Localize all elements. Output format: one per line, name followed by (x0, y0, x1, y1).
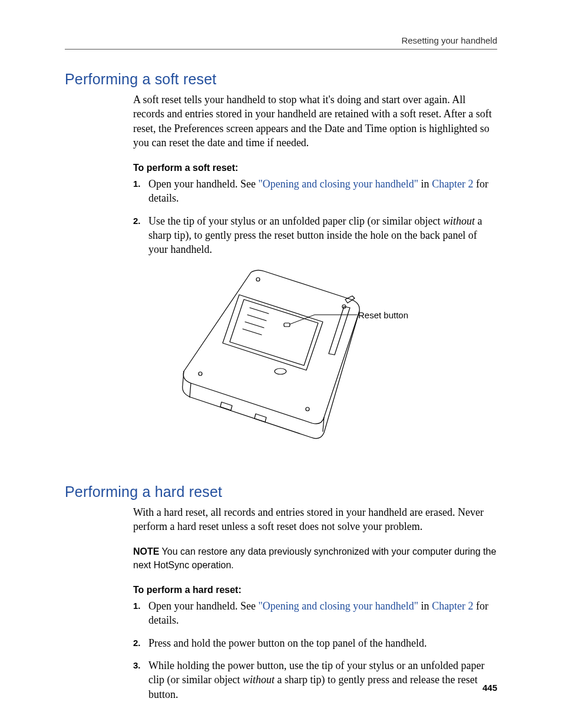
soft-reset-subhead: To perform a soft reset: (133, 163, 497, 173)
emphasis-without: without (443, 215, 475, 227)
hard-step-2: Press and hold the power button on the t… (133, 636, 497, 650)
svg-line-0 (250, 308, 269, 314)
page: Resetting your handheld Performing a sof… (0, 0, 562, 728)
step-text: Open your handheld. See (148, 600, 258, 612)
hard-step-3: While holding the power button, use the … (133, 658, 497, 701)
soft-step-1: Open your handheld. See "Opening and clo… (133, 177, 497, 206)
hard-reset-subhead: To perform a hard reset: (133, 585, 497, 595)
hard-reset-body: With a hard reset, all records and entri… (133, 505, 497, 701)
soft-step-2: Use the tip of your stylus or an unfolde… (133, 214, 497, 257)
svg-line-3 (243, 329, 262, 335)
svg-point-8 (306, 407, 309, 411)
note-body: You can restore any data previously sync… (133, 546, 496, 569)
step-text: in (418, 600, 432, 612)
xref-chapter-2[interactable]: Chapter 2 (432, 600, 473, 612)
soft-reset-steps: Open your handheld. See "Opening and clo… (133, 177, 497, 256)
svg-line-1 (247, 315, 266, 321)
svg-rect-4 (284, 323, 290, 327)
heading-soft-reset: Performing a soft reset (65, 71, 497, 88)
page-number: 445 (482, 683, 497, 693)
handheld-illustration-icon (157, 265, 410, 460)
step-text: Use the tip of your stylus or an unfolde… (148, 215, 443, 227)
heading-hard-reset: Performing a hard reset (65, 483, 497, 500)
svg-line-2 (245, 322, 264, 328)
svg-point-5 (256, 278, 260, 281)
emphasis-without: without (243, 674, 275, 686)
step-text: Open your handheld. See (148, 178, 258, 190)
handheld-figure: Reset button (157, 265, 497, 462)
hard-reset-steps: Open your handheld. See "Opening and clo… (133, 599, 497, 701)
callout-reset-button: Reset button (358, 310, 408, 320)
xref-chapter-2[interactable]: Chapter 2 (432, 178, 473, 190)
svg-point-7 (199, 372, 202, 375)
note-block: NOTE You can restore any data previously… (133, 545, 497, 572)
svg-point-9 (275, 368, 286, 374)
soft-reset-body: A soft reset tells your handheld to stop… (133, 93, 497, 462)
note-label: NOTE (133, 546, 159, 556)
hard-step-1: Open your handheld. See "Opening and clo… (133, 599, 497, 628)
hard-reset-intro: With a hard reset, all records and entri… (133, 505, 497, 534)
step-text: in (418, 178, 432, 190)
running-head: Resetting your handheld (65, 35, 497, 50)
xref-opening-closing[interactable]: "Opening and closing your handheld" (258, 600, 418, 612)
xref-opening-closing[interactable]: "Opening and closing your handheld" (258, 178, 418, 190)
soft-reset-intro: A soft reset tells your handheld to stop… (133, 93, 497, 150)
